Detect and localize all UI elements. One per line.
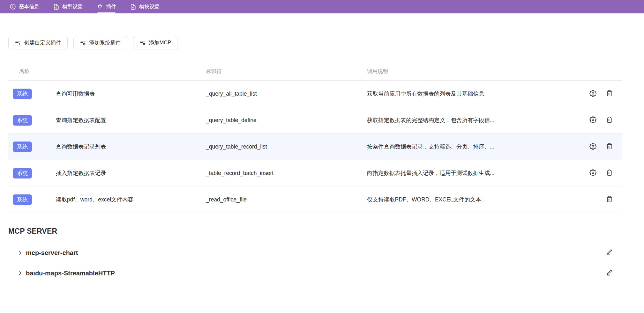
tab-label: 插件: [106, 4, 116, 10]
tab-plugins[interactable]: 插件: [97, 0, 116, 13]
table-row[interactable]: 系统 查询指定数据表配置 _query_table_define 获取指定数据表…: [8, 107, 622, 134]
system-badge: 系统: [13, 89, 32, 99]
system-badge: 系统: [13, 168, 32, 178]
list-gear-icon: [139, 40, 146, 46]
table-header-row: 名称 标识符 调用说明: [8, 62, 622, 81]
table-row[interactable]: 系统 读取pdf、word、excel文件内容 _read_office_fil…: [8, 186, 622, 213]
add-mcp-button[interactable]: 添加MCP: [133, 36, 178, 49]
trash-icon: [606, 196, 613, 203]
toolbar: 创建自定义插件 添加系统插件 添加MCP: [8, 36, 622, 49]
plugin-identifier: _query_table_record_list: [206, 143, 367, 150]
plugin-identifier: _read_office_file: [206, 196, 367, 203]
plugin-table: 名称 标识符 调用说明 系统 查询可用数据表 _query_all_table_…: [8, 62, 622, 213]
plugin-name: 查询可用数据表: [56, 90, 206, 98]
table-row[interactable]: 系统 查询数据表记录列表 _query_table_record_list 按条…: [8, 134, 622, 160]
trash-icon: [606, 116, 613, 124]
list-gear-icon: [80, 40, 86, 46]
plugin-name: 插入指定数据表记录: [56, 169, 206, 177]
mcp-section-title: MCP SERVER: [8, 227, 622, 236]
delete-button[interactable]: [606, 169, 613, 177]
settings-button[interactable]: [589, 90, 596, 98]
plugin-name: 查询数据表记录列表: [56, 143, 206, 150]
column-header-name: 名称: [13, 68, 206, 75]
top-tab-bar: 基本信息 模型设置 插件 模块设置: [0, 0, 644, 13]
file-gear-icon: [53, 4, 59, 10]
create-custom-plugin-button[interactable]: 创建自定义插件: [8, 36, 68, 49]
trash-icon: [606, 169, 613, 177]
settings-button[interactable]: [589, 116, 596, 124]
column-header-identifier: 标识符: [206, 68, 367, 75]
system-badge: 系统: [13, 194, 32, 205]
mcp-section: MCP SERVER mcp-server-chart baidu-ma: [8, 227, 622, 283]
chevron-right-icon: [17, 250, 23, 256]
table-row[interactable]: 系统 插入指定数据表记录 _table_record_batch_insert …: [8, 160, 622, 186]
system-badge: 系统: [13, 115, 32, 126]
gear-icon: [589, 169, 596, 177]
main-content: 创建自定义插件 添加系统插件 添加MCP 名称 标识符 调用说明 系统 查询可用…: [0, 36, 644, 283]
button-label: 添加MCP: [149, 39, 171, 46]
tab-model-settings[interactable]: 模型设置: [53, 0, 83, 13]
plugin-description: 获取指定数据表的完整结构定义，包含所有字段信...: [367, 116, 581, 124]
mcp-item-name: baidu-maps-StreamableHTTP: [26, 270, 115, 277]
delete-button[interactable]: [606, 90, 613, 98]
mcp-item-mcp-server-chart[interactable]: mcp-server-chart: [8, 243, 622, 263]
column-header-description: 调用说明: [367, 68, 581, 75]
settings-button[interactable]: [589, 143, 596, 151]
plugin-name: 读取pdf、word、excel文件内容: [56, 196, 206, 203]
trash-icon: [606, 90, 613, 98]
chevron-right-icon: [17, 270, 23, 276]
plugin-identifier: _query_all_table_list: [206, 91, 367, 97]
gear-icon: [589, 116, 596, 124]
plugin-identifier: _query_table_define: [206, 117, 367, 124]
pencil-icon: [606, 269, 613, 277]
add-system-plugin-button[interactable]: 添加系统插件: [73, 36, 127, 49]
plug-icon: [97, 4, 103, 10]
plugin-description: 按条件查询数据表记录，支持筛选、分页、排序、...: [367, 143, 581, 150]
settings-button[interactable]: [589, 169, 596, 177]
gear-icon: [589, 143, 596, 151]
button-label: 创建自定义插件: [24, 39, 61, 46]
mcp-item-name: mcp-server-chart: [26, 249, 78, 257]
list-plus-icon: [15, 40, 21, 46]
file-gear-icon: [130, 4, 136, 10]
info-icon: [10, 4, 16, 10]
plugin-identifier: _table_record_batch_insert: [206, 170, 367, 177]
tab-module-settings[interactable]: 模块设置: [130, 0, 160, 13]
delete-button[interactable]: [606, 116, 613, 124]
plugin-description: 仅支持读取PDF、WORD、EXCEL文件的文本。: [367, 196, 581, 203]
edit-button[interactable]: [606, 269, 613, 277]
tab-basic-info[interactable]: 基本信息: [10, 0, 39, 13]
gear-icon: [589, 90, 596, 98]
tab-label: 模块设置: [139, 4, 160, 10]
plugin-description: 向指定数据表批量插入记录，适用于测试数据生成...: [367, 169, 581, 177]
mcp-item-baidu-maps[interactable]: baidu-maps-StreamableHTTP: [8, 263, 622, 283]
mcp-list: mcp-server-chart baidu-maps-StreamableHT…: [8, 243, 622, 283]
plugin-name: 查询指定数据表配置: [56, 116, 206, 124]
edit-button[interactable]: [606, 249, 613, 257]
table-row[interactable]: 系统 查询可用数据表 _query_all_table_list 获取当前应用中…: [8, 81, 622, 107]
trash-icon: [606, 143, 613, 150]
delete-button[interactable]: [606, 196, 613, 203]
delete-button[interactable]: [606, 143, 613, 151]
tab-label: 基本信息: [19, 4, 39, 10]
button-label: 添加系统插件: [89, 39, 121, 46]
tab-label: 模型设置: [62, 4, 83, 10]
pencil-icon: [606, 249, 613, 257]
plugin-description: 获取当前应用中所有数据表的列表及其基础信息。: [367, 90, 581, 98]
system-badge: 系统: [13, 142, 32, 152]
